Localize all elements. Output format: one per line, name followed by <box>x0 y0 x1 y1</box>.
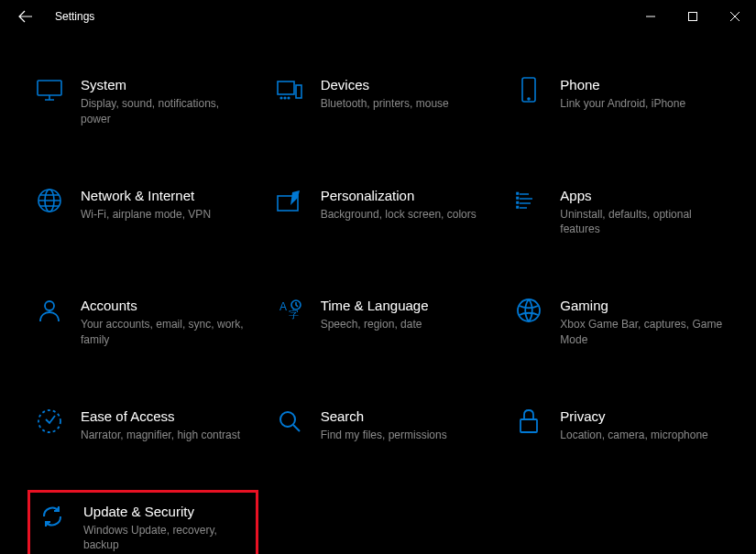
item-title: Network & Internet <box>81 188 251 203</box>
svg-rect-13 <box>517 197 519 199</box>
svg-point-21 <box>38 410 60 432</box>
item-desc: Uninstall, defaults, optional features <box>560 207 725 238</box>
settings-item-personalization[interactable]: Personalization Background, lock screen,… <box>268 180 499 244</box>
item-title: Accounts <box>81 298 251 313</box>
item-title: Time & Language <box>321 298 491 313</box>
privacy-icon <box>514 407 543 436</box>
svg-point-20 <box>518 299 540 321</box>
accounts-icon <box>35 296 64 325</box>
item-title: Devices <box>321 77 491 92</box>
personalization-icon <box>275 186 304 215</box>
devices-icon <box>275 75 304 104</box>
item-desc: Location, camera, microphone <box>560 428 725 443</box>
settings-item-ease-of-access[interactable]: Ease of Access Narrator, magnifier, high… <box>27 401 258 449</box>
item-desc: Display, sound, notifications, power <box>81 96 246 127</box>
settings-item-devices[interactable]: Devices Bluetooth, printers, mouse <box>268 70 499 133</box>
close-icon <box>730 12 740 21</box>
settings-item-gaming[interactable]: Gaming Xbox Game Bar, captures, Game Mod… <box>507 290 738 353</box>
svg-rect-23 <box>520 419 537 432</box>
system-icon <box>35 75 64 104</box>
item-desc: Windows Update, recovery, backup <box>83 523 248 554</box>
item-title: Phone <box>560 77 730 92</box>
item-title: Gaming <box>560 298 730 313</box>
svg-point-5 <box>284 97 286 99</box>
settings-item-search[interactable]: Search Find my files, permissions <box>268 401 499 449</box>
close-button[interactable] <box>714 2 756 31</box>
settings-item-update-security[interactable]: Update & Security Windows Update, recove… <box>27 490 258 554</box>
svg-text:字: 字 <box>289 309 299 320</box>
titlebar: Settings <box>0 0 756 33</box>
item-desc: Xbox Game Bar, captures, Game Mode <box>560 317 725 348</box>
item-desc: Your accounts, email, sync, work, family <box>81 317 246 348</box>
back-arrow-icon <box>18 9 33 24</box>
network-icon <box>35 186 64 215</box>
ease-of-access-icon <box>35 407 64 436</box>
maximize-icon <box>688 12 697 21</box>
item-desc: Bluetooth, printers, mouse <box>321 96 486 112</box>
window-title: Settings <box>55 10 94 23</box>
item-desc: Speech, region, date <box>321 317 486 332</box>
item-title: Update & Security <box>83 504 248 519</box>
apps-icon <box>514 186 543 215</box>
svg-rect-3 <box>296 85 301 98</box>
svg-rect-1 <box>38 81 61 95</box>
search-icon <box>275 407 304 436</box>
settings-item-accounts[interactable]: Accounts Your accounts, email, sync, wor… <box>27 290 258 353</box>
svg-point-6 <box>288 97 290 99</box>
item-title: Personalization <box>321 188 491 203</box>
svg-point-22 <box>280 412 295 427</box>
time-language-icon: A 字 <box>275 296 304 325</box>
item-title: Search <box>321 408 491 424</box>
settings-item-system[interactable]: System Display, sound, notifications, po… <box>27 70 258 133</box>
svg-rect-15 <box>517 206 519 208</box>
settings-item-time-language[interactable]: A 字 Time & Language Speech, region, date <box>268 290 499 353</box>
settings-grid: System Display, sound, notifications, po… <box>0 33 756 554</box>
svg-point-4 <box>280 97 282 99</box>
settings-item-apps[interactable]: Apps Uninstall, defaults, optional featu… <box>507 180 738 244</box>
minimize-button[interactable] <box>630 2 672 31</box>
item-title: Privacy <box>560 408 730 424</box>
svg-rect-12 <box>517 192 519 194</box>
item-desc: Find my files, permissions <box>321 428 486 443</box>
svg-text:A: A <box>279 300 287 313</box>
minimize-icon <box>646 12 655 21</box>
settings-item-privacy[interactable]: Privacy Location, camera, microphone <box>507 401 738 449</box>
back-button[interactable] <box>11 2 40 31</box>
gaming-icon <box>514 296 543 325</box>
svg-point-16 <box>45 301 54 310</box>
item-desc: Wi-Fi, airplane mode, VPN <box>81 207 246 223</box>
svg-rect-0 <box>689 13 697 21</box>
settings-item-phone[interactable]: Phone Link your Android, iPhone <box>507 70 738 133</box>
item-title: System <box>81 77 251 92</box>
phone-icon <box>514 75 543 104</box>
item-title: Ease of Access <box>81 408 251 424</box>
update-icon <box>38 502 67 531</box>
maximize-button[interactable] <box>672 2 714 31</box>
item-desc: Narrator, magnifier, high contrast <box>81 428 246 443</box>
settings-item-network[interactable]: Network & Internet Wi-Fi, airplane mode,… <box>27 180 258 244</box>
window-controls <box>630 2 756 31</box>
item-desc: Link your Android, iPhone <box>560 96 725 112</box>
item-desc: Background, lock screen, colors <box>321 207 486 223</box>
item-title: Apps <box>560 188 730 203</box>
svg-rect-14 <box>517 201 519 203</box>
svg-point-8 <box>528 98 530 100</box>
svg-rect-2 <box>278 81 294 94</box>
